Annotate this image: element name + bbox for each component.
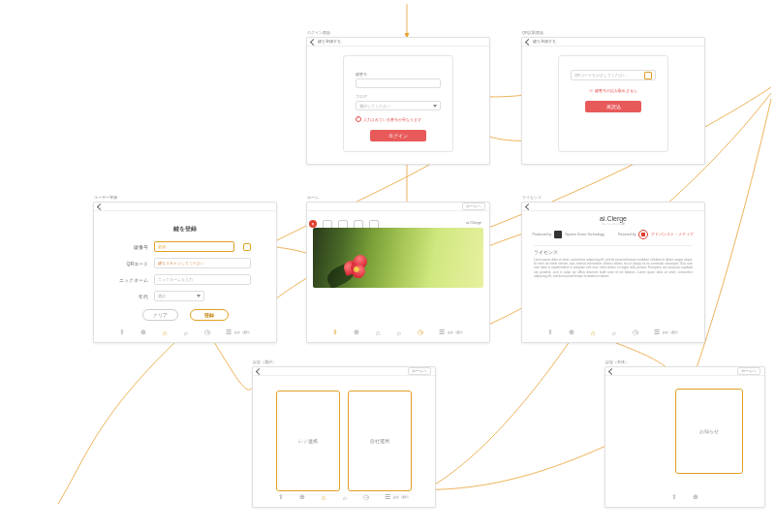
tab-bar: ⇪ ⊕ ⌂ ⌕ ◷ ☰設定（選択）	[307, 327, 489, 338]
back-icon[interactable]	[256, 367, 263, 374]
add-icon[interactable]: ⊕	[692, 493, 699, 501]
add-icon[interactable]: ⊕	[140, 329, 147, 336]
notice-card[interactable]: お知らせ	[675, 389, 743, 474]
frame-settings-two: 設定（選択） ホームへ レジ連携 自社運用 ⇪ ⊕ ⌂ ⌕ ◷ ☰設定（選択）	[252, 366, 436, 508]
home-icon[interactable]: ⌂	[320, 493, 327, 501]
settings-tab[interactable]: ☰設定（選択）	[225, 329, 252, 336]
option-pos[interactable]: レジ連携	[276, 391, 340, 491]
share-icon[interactable]: ⇪	[331, 329, 339, 336]
back-icon[interactable]	[525, 38, 532, 45]
home-icon[interactable]: ⌂	[589, 329, 597, 336]
frame-title: 設定（単体）	[605, 360, 629, 364]
home-link[interactable]: ホームへ	[462, 203, 485, 210]
app-tagline: コンシェルジュAI	[522, 222, 704, 226]
chevron-down-icon	[433, 105, 437, 108]
frame-title: 設定（選択）	[253, 360, 276, 364]
search-icon[interactable]: ⌕	[610, 329, 618, 336]
history-icon[interactable]: ◷	[203, 329, 211, 336]
history-icon[interactable]: ◷	[362, 493, 370, 501]
key-input[interactable]	[356, 78, 441, 88]
qr-scan-field[interactable]: QRコードをかざしてください	[571, 70, 656, 80]
tab-bar: ⇪ ⊕	[605, 491, 764, 503]
key-label: 鍵番号	[356, 72, 441, 77]
qr-label: QRコード	[119, 261, 148, 266]
frame-home: ホーム ホームへ × ai.Clerge ⇪ ⊕ ⌂ ⌕ ◷ ☰設定（選択）	[306, 202, 490, 343]
back-icon[interactable]	[525, 203, 532, 209]
age-select[interactable]: 選択	[154, 291, 204, 301]
home-icon[interactable]: ⌂	[161, 329, 169, 336]
register-heading: 鍵を登録	[119, 225, 251, 234]
floor-select[interactable]: 選択してください	[356, 101, 441, 110]
breadcrumb: 鍵を登録する	[318, 40, 341, 44]
frame-title: ログイン画面	[307, 30, 330, 35]
qr-input[interactable]: 鍵をスキャンしてください	[154, 258, 251, 268]
search-icon[interactable]: ⌕	[182, 329, 190, 336]
back-icon[interactable]	[97, 203, 104, 209]
frame-license: ライセンス ai.Clerge コンシェルジュAI Produced bySys…	[521, 202, 705, 343]
age-label: 年代	[119, 294, 148, 299]
frame-register: ユーザー登録 鍵を登録 鍵番号 必須 QRコード 鍵をスキャンしてください ニッ…	[93, 202, 277, 343]
home-link[interactable]: ホームへ	[408, 367, 431, 375]
search-icon[interactable]: ⌕	[395, 329, 403, 336]
share-icon[interactable]: ⇪	[277, 493, 285, 501]
breadcrumb: 鍵を登録する	[533, 40, 556, 44]
frame-title: ユーザー登録	[94, 195, 117, 200]
app-logo: ai.Clerge	[522, 215, 704, 222]
option-self[interactable]: 自社運用	[348, 391, 412, 491]
key-input[interactable]: 必須	[154, 241, 234, 252]
qr-retry-button[interactable]: 再読込	[585, 101, 641, 112]
clear-button[interactable]: クリア	[142, 309, 178, 321]
frame-title: QR読取画面	[522, 30, 543, 35]
settings-tab[interactable]: ☰設定（選択）	[384, 493, 411, 501]
share-icon[interactable]: ⇪	[118, 329, 126, 336]
add-icon[interactable]: ⊕	[353, 329, 360, 336]
login-error: !入力されている番号が異なります	[356, 116, 441, 122]
license-section-title: ライセンス	[534, 250, 693, 255]
frame-login: ログイン画面 鍵を登録する 鍵番号 フロア 選択してください !入力されている番…	[306, 37, 490, 165]
login-card: 鍵番号 フロア 選択してください !入力されている番号が異なります ログイン	[343, 55, 453, 152]
home-icon[interactable]: ⌂	[374, 329, 382, 336]
search-icon[interactable]: ⌕	[341, 493, 349, 501]
login-button[interactable]: ログイン	[370, 130, 426, 141]
qr-error: ※ 鍵番号が読み取れません	[571, 88, 656, 93]
history-icon[interactable]: ◷	[417, 329, 424, 336]
settings-tab[interactable]: ☰設定（選択）	[438, 329, 465, 336]
hero-image	[313, 228, 483, 288]
scan-icon[interactable]	[243, 243, 251, 251]
share-icon[interactable]: ⇪	[546, 329, 554, 336]
history-icon[interactable]: ◷	[632, 329, 639, 336]
frame-qr: QR読取画面 鍵を登録する QRコードをかざしてください ※ 鍵番号が読み取れま…	[521, 37, 705, 165]
frame-settings-one: 設定（単体） ホームへ お知らせ ⇪ ⊕	[604, 366, 765, 508]
frame-title: ライセンス	[522, 195, 542, 200]
add-icon[interactable]: ⊕	[568, 329, 575, 336]
register-button[interactable]: 登録	[190, 309, 229, 321]
add-icon[interactable]: ⊕	[298, 493, 306, 501]
qr-icon	[644, 72, 652, 79]
chevron-down-icon	[197, 295, 201, 297]
tab-bar: ⇪ ⊕ ⌂ ⌕ ◷ ☰設定（選択）	[94, 327, 276, 338]
producer-logo	[554, 231, 562, 238]
frame-title: ホーム	[307, 195, 319, 200]
powered-logo	[638, 230, 648, 239]
nickname-input[interactable]: ニックネームを入力	[154, 274, 251, 285]
settings-tab[interactable]: ☰設定（選択）	[653, 329, 680, 336]
warning-icon: !	[356, 116, 361, 122]
share-icon[interactable]: ⇪	[670, 493, 678, 501]
back-icon[interactable]	[310, 38, 317, 45]
key-label: 鍵番号	[119, 244, 148, 250]
home-link[interactable]: ホームへ	[737, 367, 760, 375]
tab-bar: ⇪ ⊕ ⌂ ⌕ ◷ ☰設定（選択）	[522, 327, 704, 338]
app-logo: ai.Clerge	[466, 220, 481, 225]
back-icon[interactable]	[608, 367, 615, 374]
license-text: Lorem ipsum dolor sit amet, consectetur …	[534, 258, 693, 310]
tab-bar: ⇪ ⊕ ⌂ ⌕ ◷ ☰設定（選択）	[253, 491, 435, 503]
floor-label: フロア	[356, 94, 441, 99]
close-icon[interactable]: ×	[309, 220, 317, 228]
qr-card: QRコードをかざしてください ※ 鍵番号が読み取れません 再読込	[558, 55, 668, 152]
nickname-label: ニックネーム	[119, 277, 148, 283]
